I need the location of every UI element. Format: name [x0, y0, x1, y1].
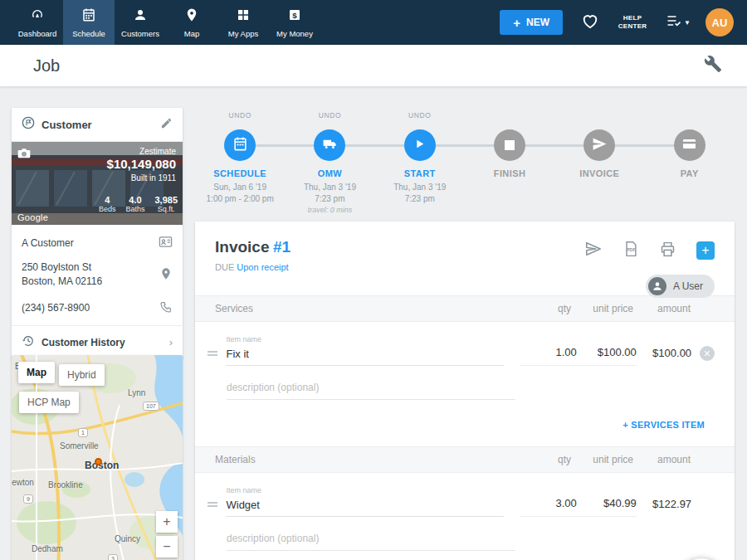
- print-icon[interactable]: [659, 241, 676, 261]
- map-label: Lynn: [128, 388, 145, 397]
- stop-icon: [505, 140, 515, 150]
- finish-step-button[interactable]: [494, 129, 525, 161]
- chevron-down-icon: ▼: [684, 19, 691, 27]
- route-shield: 9: [23, 494, 33, 504]
- customer-history-label: Customer History: [42, 337, 163, 348]
- hybrid-type-button[interactable]: Hybrid: [59, 364, 105, 386]
- nav-label: Customers: [121, 29, 159, 38]
- nav-label: Dashboard: [18, 29, 56, 38]
- job-location-marker: [95, 458, 102, 465]
- edit-pencil-icon[interactable]: [160, 117, 173, 133]
- service-qty-value[interactable]: 1.00: [520, 346, 576, 366]
- invoice-title: Invoice: [215, 238, 269, 256]
- service-unit-price-value[interactable]: $100.00: [577, 346, 637, 366]
- add-invoice-button[interactable]: +: [696, 241, 715, 260]
- map-type-button[interactable]: Map: [18, 362, 55, 383]
- material-unit-price-value[interactable]: $40.99: [577, 497, 637, 517]
- assigned-user-pill[interactable]: A User: [646, 275, 715, 298]
- schedule-step-button[interactable]: [224, 129, 256, 161]
- materials-title: Materials: [215, 454, 513, 465]
- calendar-icon: [81, 7, 96, 26]
- omw-step-button[interactable]: [314, 129, 345, 161]
- nav-my-apps[interactable]: My Apps: [217, 0, 269, 45]
- amount-column-header: amount: [633, 454, 691, 465]
- service-description-input[interactable]: [227, 380, 515, 400]
- new-button[interactable]: + NEW: [500, 10, 563, 35]
- item-name-label: Item name: [226, 335, 504, 343]
- page-header: Job: [0, 45, 747, 86]
- address-line-2: Boston, MA 02116: [22, 275, 102, 289]
- location-pin-icon[interactable]: [159, 267, 173, 283]
- undo-omw-button[interactable]: UNDO: [319, 111, 341, 123]
- unit-price-column-header: unit price: [571, 303, 633, 314]
- map-label: Dedham: [32, 544, 63, 553]
- nav-label: My Apps: [228, 29, 258, 38]
- route-shield: 1: [78, 428, 88, 437]
- nav-dashboard[interactable]: Dashboard: [12, 0, 63, 45]
- nav-map[interactable]: Map: [166, 0, 217, 45]
- phone-icon[interactable]: [159, 300, 173, 316]
- undo-start-button[interactable]: UNDO: [408, 111, 431, 123]
- svg-text:$: $: [292, 10, 297, 19]
- remove-item-button[interactable]: ✕: [700, 346, 715, 361]
- step-pay: PAY: [644, 111, 734, 214]
- nav-schedule[interactable]: Schedule: [63, 0, 115, 45]
- start-step-button[interactable]: [404, 129, 436, 161]
- content-area: Customer Zestimate $10,149,080 Built in: [0, 86, 747, 560]
- sqft-stat: 3,985Sq.ft.: [154, 195, 178, 213]
- add-material-row: + MATERIALS ITEM: [195, 551, 735, 560]
- map-pin-icon: [184, 7, 199, 26]
- add-service-item-link[interactable]: + SERVICES ITEM: [622, 420, 705, 430]
- due-row: DUE Upon receipt: [215, 262, 715, 272]
- help-center-link[interactable]: HELP CENTER: [614, 14, 651, 31]
- baths-stat: 4.0Baths: [125, 195, 144, 213]
- dollar-icon: $: [287, 7, 302, 26]
- page-title: Job: [33, 56, 60, 75]
- zestimate-value: $10,149,080: [107, 157, 176, 171]
- customer-flag-icon: [22, 116, 35, 133]
- drag-handle-icon[interactable]: [208, 500, 217, 509]
- nav-customers[interactable]: Customers: [115, 0, 166, 45]
- send-icon: [592, 136, 608, 155]
- service-name-input[interactable]: [226, 346, 504, 366]
- built-year: Built in 1911: [107, 173, 176, 183]
- step-label: PAY: [681, 168, 699, 178]
- send-invoice-icon[interactable]: [584, 240, 603, 261]
- nav-my-money[interactable]: $ My Money: [269, 0, 320, 45]
- heart-icon[interactable]: [581, 12, 599, 33]
- item-name-field: Item name: [226, 486, 520, 517]
- step-label: INVOICE: [579, 168, 619, 178]
- user-avatar[interactable]: AU: [706, 8, 734, 37]
- customer-history-row[interactable]: Customer History ›: [12, 326, 183, 359]
- due-value-link[interactable]: Upon receipt: [237, 262, 288, 272]
- step-omw: UNDO OMW Thu, Jan 3 '197:23 pm travel: 0…: [285, 111, 374, 214]
- tasks-menu[interactable]: ▼: [666, 12, 691, 32]
- step-finish: FINISH: [465, 111, 554, 214]
- address-line-1: 250 Boylston St: [22, 261, 102, 275]
- qty-column-header: qty: [513, 303, 571, 314]
- material-description-input[interactable]: [227, 531, 515, 551]
- street-view-icon: [17, 147, 31, 162]
- nav-items: Dashboard Schedule Customers Map My Apps…: [12, 0, 320, 45]
- zoom-out-button[interactable]: −: [156, 536, 178, 558]
- invoice-step-button[interactable]: [583, 129, 615, 161]
- job-tools-icon[interactable]: [704, 55, 722, 76]
- route-shield: 107: [143, 402, 159, 411]
- checklist-icon: [666, 12, 682, 32]
- map-canvas[interactable]: Burlington Lynn Somerville Boston Newton…: [12, 355, 183, 560]
- undo-schedule-button[interactable]: UNDO: [228, 111, 251, 123]
- drag-handle-icon[interactable]: [208, 349, 217, 358]
- chevron-right-icon: ›: [169, 336, 173, 348]
- zoom-in-button[interactable]: +: [156, 511, 178, 533]
- material-qty-value[interactable]: 3.00: [520, 497, 576, 517]
- customer-address: 250 Boylston St Boston, MA 02116: [22, 261, 102, 290]
- pdf-icon[interactable]: PDF: [622, 241, 639, 261]
- pay-step-button[interactable]: [674, 129, 706, 161]
- services-title: Services: [215, 303, 513, 314]
- material-name-input[interactable]: [226, 497, 504, 517]
- hcp-map-button[interactable]: HCP Map: [19, 392, 79, 413]
- contact-card-icon[interactable]: [159, 235, 173, 251]
- zestimate-label: Zestimate: [107, 147, 176, 156]
- nav-label: Schedule: [72, 29, 105, 38]
- map-label: Somerville: [60, 441, 99, 450]
